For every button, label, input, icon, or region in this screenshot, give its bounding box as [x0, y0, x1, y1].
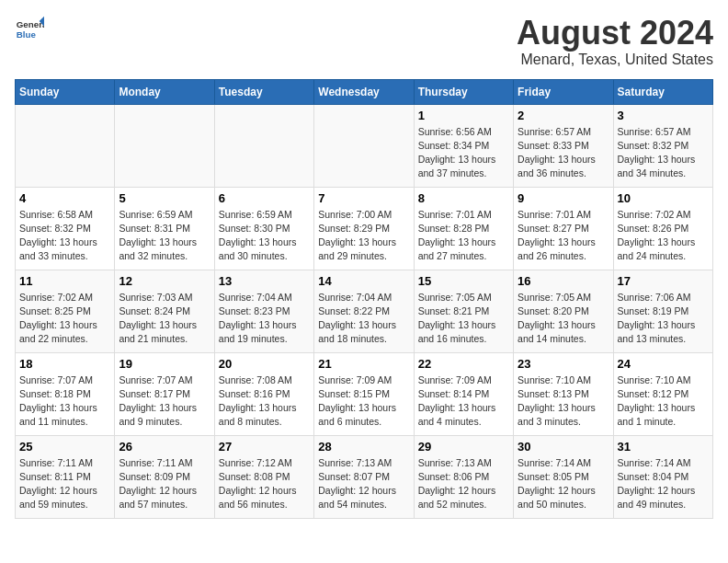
day-info: Sunrise: 6:59 AM Sunset: 8:31 PM Dayligh…: [119, 208, 210, 264]
day-info: Sunrise: 7:01 AM Sunset: 8:27 PM Dayligh…: [518, 208, 609, 264]
subtitle: Menard, Texas, United States: [517, 52, 713, 68]
day-number: 27: [219, 440, 310, 454]
calendar-table: Sunday Monday Tuesday Wednesday Thursday…: [15, 79, 713, 519]
calendar-cell: 29Sunrise: 7:13 AM Sunset: 8:06 PM Dayli…: [414, 435, 513, 518]
logo-icon: General Blue: [15, 15, 44, 44]
day-info: Sunrise: 7:14 AM Sunset: 8:04 PM Dayligh…: [618, 456, 709, 512]
calendar-cell: 24Sunrise: 7:10 AM Sunset: 8:12 PM Dayli…: [613, 352, 712, 435]
day-info: Sunrise: 7:10 AM Sunset: 8:13 PM Dayligh…: [518, 373, 609, 430]
day-number: 24: [618, 357, 709, 371]
day-number: 26: [119, 440, 210, 454]
calendar-cell: 18Sunrise: 7:07 AM Sunset: 8:18 PM Dayli…: [16, 352, 115, 435]
col-tuesday: Tuesday: [214, 79, 313, 104]
day-info: Sunrise: 7:14 AM Sunset: 8:05 PM Dayligh…: [518, 456, 609, 512]
title-area: August 2024 Menard, Texas, United States: [517, 15, 713, 68]
day-info: Sunrise: 7:12 AM Sunset: 8:08 PM Dayligh…: [219, 456, 310, 512]
calendar-week-row: 25Sunrise: 7:11 AM Sunset: 8:11 PM Dayli…: [16, 435, 713, 518]
col-sunday: Sunday: [16, 79, 115, 104]
calendar-cell: 12Sunrise: 7:03 AM Sunset: 8:24 PM Dayli…: [115, 270, 214, 352]
day-info: Sunrise: 6:57 AM Sunset: 8:33 PM Dayligh…: [518, 125, 609, 181]
day-info: Sunrise: 7:00 AM Sunset: 8:29 PM Dayligh…: [318, 208, 409, 264]
calendar-cell: [115, 104, 214, 187]
calendar-cell: 5Sunrise: 6:59 AM Sunset: 8:31 PM Daylig…: [115, 187, 214, 270]
calendar-cell: 19Sunrise: 7:07 AM Sunset: 8:17 PM Dayli…: [115, 352, 214, 435]
header: General Blue August 2024 Menard, Texas, …: [15, 15, 713, 68]
col-wednesday: Wednesday: [314, 79, 414, 104]
calendar-cell: 7Sunrise: 7:00 AM Sunset: 8:29 PM Daylig…: [314, 187, 414, 270]
day-number: 28: [318, 440, 409, 454]
day-number: 12: [119, 274, 210, 288]
day-number: 9: [518, 191, 609, 205]
calendar-cell: 9Sunrise: 7:01 AM Sunset: 8:27 PM Daylig…: [514, 187, 613, 270]
calendar-cell: 20Sunrise: 7:08 AM Sunset: 8:16 PM Dayli…: [214, 352, 313, 435]
calendar-cell: 21Sunrise: 7:09 AM Sunset: 8:15 PM Dayli…: [314, 352, 414, 435]
day-number: 14: [318, 274, 409, 288]
day-number: 19: [119, 357, 210, 371]
day-info: Sunrise: 7:05 AM Sunset: 8:20 PM Dayligh…: [518, 291, 609, 347]
day-info: Sunrise: 7:03 AM Sunset: 8:24 PM Dayligh…: [119, 291, 210, 347]
day-info: Sunrise: 7:04 AM Sunset: 8:23 PM Dayligh…: [219, 291, 310, 347]
day-number: 4: [19, 191, 110, 205]
calendar-cell: 27Sunrise: 7:12 AM Sunset: 8:08 PM Dayli…: [214, 435, 313, 518]
day-number: 3: [618, 109, 709, 122]
calendar-cell: 3Sunrise: 6:57 AM Sunset: 8:32 PM Daylig…: [613, 104, 712, 187]
calendar-cell: [16, 104, 115, 187]
day-info: Sunrise: 7:07 AM Sunset: 8:17 PM Dayligh…: [119, 373, 210, 430]
day-info: Sunrise: 7:02 AM Sunset: 8:25 PM Dayligh…: [19, 291, 110, 347]
day-number: 23: [518, 357, 609, 371]
day-number: 31: [618, 440, 709, 454]
main-title: August 2024: [517, 15, 713, 52]
calendar-week-row: 4Sunrise: 6:58 AM Sunset: 8:32 PM Daylig…: [16, 187, 713, 270]
calendar-header-row: Sunday Monday Tuesday Wednesday Thursday…: [16, 79, 713, 104]
calendar-cell: 13Sunrise: 7:04 AM Sunset: 8:23 PM Dayli…: [214, 270, 313, 352]
day-info: Sunrise: 7:01 AM Sunset: 8:28 PM Dayligh…: [418, 208, 509, 264]
col-monday: Monday: [115, 79, 214, 104]
day-number: 15: [418, 274, 509, 288]
day-number: 10: [618, 191, 709, 205]
col-thursday: Thursday: [414, 79, 513, 104]
calendar-cell: 10Sunrise: 7:02 AM Sunset: 8:26 PM Dayli…: [613, 187, 712, 270]
day-number: 6: [219, 191, 310, 205]
day-info: Sunrise: 6:56 AM Sunset: 8:34 PM Dayligh…: [418, 125, 509, 181]
col-friday: Friday: [514, 79, 613, 104]
calendar-cell: 6Sunrise: 6:59 AM Sunset: 8:30 PM Daylig…: [214, 187, 313, 270]
day-number: 29: [418, 440, 509, 454]
day-info: Sunrise: 6:58 AM Sunset: 8:32 PM Dayligh…: [19, 208, 110, 264]
calendar-cell: 1Sunrise: 6:56 AM Sunset: 8:34 PM Daylig…: [414, 104, 513, 187]
day-number: 5: [119, 191, 210, 205]
calendar-cell: 15Sunrise: 7:05 AM Sunset: 8:21 PM Dayli…: [414, 270, 513, 352]
calendar-week-row: 11Sunrise: 7:02 AM Sunset: 8:25 PM Dayli…: [16, 270, 713, 352]
day-info: Sunrise: 7:04 AM Sunset: 8:22 PM Dayligh…: [318, 291, 409, 347]
calendar-cell: 22Sunrise: 7:09 AM Sunset: 8:14 PM Dayli…: [414, 352, 513, 435]
day-info: Sunrise: 7:07 AM Sunset: 8:18 PM Dayligh…: [19, 373, 110, 430]
calendar-cell: 26Sunrise: 7:11 AM Sunset: 8:09 PM Dayli…: [115, 435, 214, 518]
day-number: 25: [19, 440, 110, 454]
calendar-cell: 11Sunrise: 7:02 AM Sunset: 8:25 PM Dayli…: [16, 270, 115, 352]
calendar-cell: 17Sunrise: 7:06 AM Sunset: 8:19 PM Dayli…: [613, 270, 712, 352]
day-number: 1: [418, 109, 509, 122]
calendar-cell: 4Sunrise: 6:58 AM Sunset: 8:32 PM Daylig…: [16, 187, 115, 270]
calendar-cell: 30Sunrise: 7:14 AM Sunset: 8:05 PM Dayli…: [514, 435, 613, 518]
calendar-cell: 16Sunrise: 7:05 AM Sunset: 8:20 PM Dayli…: [514, 270, 613, 352]
calendar-cell: 23Sunrise: 7:10 AM Sunset: 8:13 PM Dayli…: [514, 352, 613, 435]
day-info: Sunrise: 7:11 AM Sunset: 8:09 PM Dayligh…: [119, 456, 210, 512]
calendar-cell: 8Sunrise: 7:01 AM Sunset: 8:28 PM Daylig…: [414, 187, 513, 270]
calendar-cell: 28Sunrise: 7:13 AM Sunset: 8:07 PM Dayli…: [314, 435, 414, 518]
day-info: Sunrise: 7:13 AM Sunset: 8:07 PM Dayligh…: [318, 456, 409, 512]
day-number: 30: [518, 440, 609, 454]
calendar-cell: 14Sunrise: 7:04 AM Sunset: 8:22 PM Dayli…: [314, 270, 414, 352]
calendar-cell: 31Sunrise: 7:14 AM Sunset: 8:04 PM Dayli…: [613, 435, 712, 518]
day-info: Sunrise: 7:13 AM Sunset: 8:06 PM Dayligh…: [418, 456, 509, 512]
day-number: 11: [19, 274, 110, 288]
day-number: 7: [318, 191, 409, 205]
calendar-cell: [214, 104, 313, 187]
day-info: Sunrise: 7:09 AM Sunset: 8:15 PM Dayligh…: [318, 373, 409, 430]
day-info: Sunrise: 7:08 AM Sunset: 8:16 PM Dayligh…: [219, 373, 310, 430]
day-info: Sunrise: 7:02 AM Sunset: 8:26 PM Dayligh…: [618, 208, 709, 264]
day-number: 22: [418, 357, 509, 371]
day-info: Sunrise: 7:10 AM Sunset: 8:12 PM Dayligh…: [618, 373, 709, 430]
day-number: 8: [418, 191, 509, 205]
calendar-cell: 25Sunrise: 7:11 AM Sunset: 8:11 PM Dayli…: [16, 435, 115, 518]
day-number: 13: [219, 274, 310, 288]
day-info: Sunrise: 7:11 AM Sunset: 8:11 PM Dayligh…: [19, 456, 110, 512]
